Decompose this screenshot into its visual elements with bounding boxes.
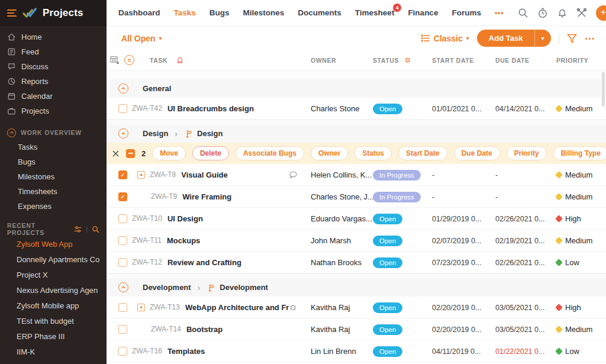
task-name[interactable]: UI Design	[167, 214, 203, 223]
task-name[interactable]: Wire Framing	[182, 192, 231, 201]
priority-label[interactable]: Medium	[565, 236, 592, 245]
start-date[interactable]: 02/20/2019 0...	[432, 326, 481, 334]
nav-item-tasks[interactable]: Tasks	[174, 8, 196, 17]
recent-project-zylsoft-mobile-app[interactable]: Zylsoft Mobile app	[0, 298, 107, 313]
start-date[interactable]: 02/20/2019 0...	[432, 304, 481, 312]
status-badge[interactable]: Open	[373, 302, 402, 313]
priority-label[interactable]: Medium	[565, 104, 592, 113]
collapse-section-icon[interactable]	[118, 282, 128, 292]
due-date[interactable]: 01/22/2021 0...	[495, 347, 544, 356]
task-owner[interactable]: Charles Stone	[311, 104, 359, 113]
priority-button[interactable]: Priority	[507, 146, 547, 160]
start-date-button[interactable]: Start Date	[398, 146, 447, 160]
task-owner[interactable]: Helen Collins, K...	[311, 170, 372, 179]
start-date[interactable]: -	[432, 171, 434, 179]
due-date[interactable]: 03/05/2021 0...	[495, 326, 544, 334]
start-date[interactable]: -	[432, 193, 434, 201]
sidebar-item-home[interactable]: Home	[0, 30, 107, 44]
status-badge[interactable]: Open	[373, 236, 402, 246]
nav-item-dashboard[interactable]: Dashboard	[118, 8, 160, 17]
recent-project-test-with-budget[interactable]: TEst with budget	[0, 313, 107, 328]
sidebar-item-tasks[interactable]: Tasks	[0, 140, 107, 154]
status-settings-gear-icon[interactable]: ⚙	[405, 56, 411, 65]
start-date-column-header[interactable]: START DATE	[432, 57, 495, 64]
more-options-icon[interactable]: •••	[585, 35, 595, 42]
recent-project-nexus-advertising-agen[interactable]: Nexus Advertising Agen	[0, 282, 107, 298]
comment-icon[interactable]	[289, 170, 298, 179]
priority-label[interactable]: Medium	[565, 192, 592, 201]
task-checkbox[interactable]	[118, 325, 127, 334]
status-badge[interactable]: Open	[373, 324, 402, 335]
due-date-button[interactable]: Due Date	[454, 146, 500, 160]
task-name[interactable]: Bootstrap	[186, 325, 223, 334]
add-task-dropdown[interactable]: ▾	[534, 30, 551, 47]
nav-item-timesheet[interactable]: Timesheet4	[355, 8, 395, 17]
due-date[interactable]: 02/19/2021 0...	[495, 237, 544, 245]
start-date[interactable]: 02/07/2019 0...	[432, 237, 481, 245]
recent-project-donnelly-apartments-co[interactable]: Donnelly Apartments Co	[0, 252, 107, 267]
notifications-bell-icon[interactable]	[557, 8, 568, 18]
nav-item-more[interactable]: •••	[495, 9, 504, 17]
start-date[interactable]: 01/01/2021 0...	[432, 105, 481, 113]
owner-button[interactable]: Owner	[311, 146, 348, 160]
sidebar-item-timesheets[interactable]: Timesheets	[0, 184, 107, 199]
task-owner[interactable]: Eduardo Vargas...	[311, 214, 372, 223]
sidebar-item-milestones[interactable]: Milestones	[0, 169, 107, 184]
sidebar-item-feed[interactable]: Feed	[0, 44, 107, 59]
due-date[interactable]: -	[495, 171, 498, 179]
task-checkbox[interactable]: ✓	[118, 192, 127, 201]
recent-project-iim-k[interactable]: IIM-K	[0, 344, 107, 359]
status-badge[interactable]: Open	[373, 257, 402, 268]
move-button[interactable]: Move	[152, 146, 186, 160]
select-all-checkbox[interactable]	[126, 149, 135, 158]
task-checkbox[interactable]	[118, 236, 127, 245]
recent-project-zylsoft-web-app[interactable]: Zylsoft Web App	[0, 236, 107, 252]
task-column-header[interactable]: TASK	[150, 57, 167, 64]
task-checkbox[interactable]	[118, 214, 127, 223]
task-owner[interactable]: Lin Lin Brenn	[311, 347, 356, 356]
project-search-icon[interactable]	[92, 226, 99, 233]
layout-dropdown[interactable]: Classic ▾	[421, 34, 469, 43]
nav-item-bugs[interactable]: Bugs	[209, 8, 230, 17]
nav-item-forums[interactable]: Forums	[452, 8, 481, 17]
task-name[interactable]: UI Breadcrumbs design	[167, 104, 254, 113]
recent-project-project-x[interactable]: Project X	[0, 267, 107, 282]
status-button[interactable]: Status	[354, 146, 392, 160]
collapse-section-icon[interactable]	[118, 83, 128, 94]
priority-label[interactable]: High	[565, 303, 581, 312]
sidebar-item-reports[interactable]: Reports	[0, 74, 107, 89]
sidebar-item-calendar[interactable]: Calendar	[0, 89, 107, 104]
reminder-alarm-icon[interactable]	[176, 56, 183, 64]
sidebar-item-expenses[interactable]: Expenses	[0, 199, 107, 214]
delete-button[interactable]: Delete	[192, 146, 229, 160]
tools-icon[interactable]	[576, 8, 587, 18]
due-date[interactable]: 03/05/2021 0...	[495, 304, 544, 312]
status-badge[interactable]: In Progress	[373, 192, 421, 202]
task-name[interactable]: Templates	[167, 347, 205, 356]
task-checkbox[interactable]: ✓	[118, 170, 127, 179]
vertical-scrollbar[interactable]	[602, 72, 605, 107]
priority-label[interactable]: Low	[565, 258, 579, 267]
start-date[interactable]: 01/29/2019 0...	[432, 215, 481, 223]
start-date[interactable]: 07/23/2019 0...	[432, 259, 481, 267]
table-settings-icon[interactable]	[110, 56, 120, 65]
filter-icon[interactable]	[567, 34, 577, 43]
hamburger-menu-icon[interactable]	[7, 9, 17, 17]
priority-column-header[interactable]: PRIORITY	[556, 57, 606, 64]
sidebar-item-discuss[interactable]: Discuss	[0, 59, 107, 74]
bug-icon[interactable]	[289, 303, 298, 312]
task-owner[interactable]: Charles Stone, J...	[311, 192, 374, 201]
status-badge[interactable]: In Progress	[373, 170, 421, 181]
nav-item-milestones[interactable]: Milestones	[243, 8, 285, 17]
task-name[interactable]: Review and Crafting	[167, 258, 241, 267]
collapse-section-icon[interactable]	[118, 128, 128, 138]
task-name[interactable]: WebApp Architecture and Fram	[185, 303, 289, 312]
task-owner[interactable]: Kavitha Raj	[311, 303, 350, 312]
task-checkbox[interactable]	[118, 258, 127, 267]
task-name[interactable]: Visual Guide	[181, 170, 228, 179]
task-checkbox[interactable]	[118, 104, 127, 113]
project-filter-icon[interactable]	[74, 226, 82, 233]
task-owner[interactable]: Nathan Brooks	[311, 258, 362, 267]
priority-label[interactable]: Low	[565, 347, 579, 356]
status-badge[interactable]: Open	[373, 214, 402, 224]
